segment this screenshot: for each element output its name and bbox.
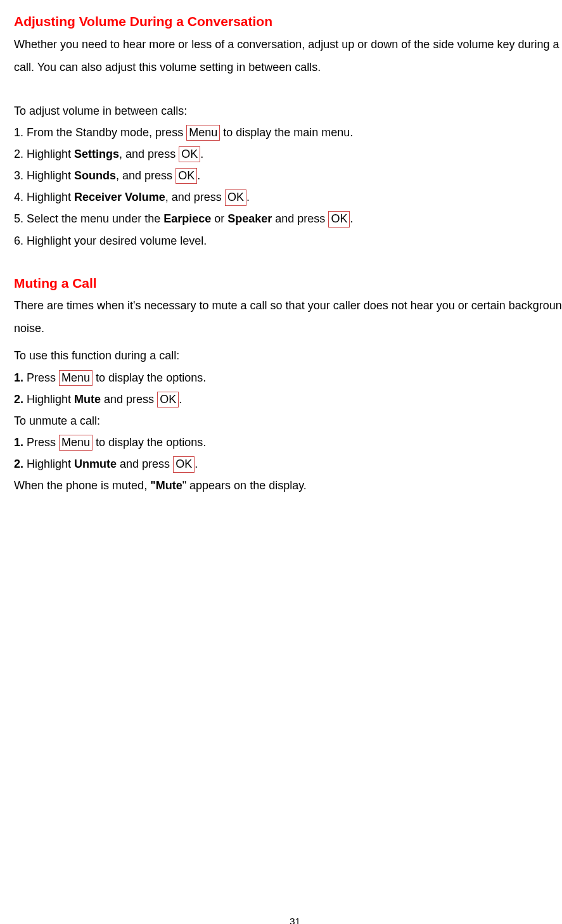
heading-muting-call: Muting a Call xyxy=(14,273,562,293)
step-3-text-a: 3. Highlight xyxy=(14,169,74,182)
mute-step-2-num: 2. xyxy=(14,393,23,406)
step-1: 1. From the Standby mode, press Menu to … xyxy=(14,122,562,143)
heading-adjusting-volume: Adjusting Volume During a Conversation xyxy=(14,11,562,32)
mute-step-1: 1. Press Menu to display the options. xyxy=(14,367,562,388)
menu-key: Menu xyxy=(59,370,93,386)
step-5-num: 5. xyxy=(14,212,23,225)
unmute-step-1-a: Press xyxy=(23,436,59,449)
step-3-text-c: . xyxy=(197,169,200,182)
mute-step-2-c: . xyxy=(179,393,182,406)
step-4: 4. Highlight Receiver Volume, and press … xyxy=(14,186,562,208)
step-4-num: 4. xyxy=(14,191,23,203)
step-5-text-a: Select the menu under the xyxy=(23,212,163,225)
mute-step-2-b: and press xyxy=(101,393,157,406)
ok-key: OK xyxy=(328,211,350,227)
menu-key: Menu xyxy=(59,435,93,451)
ok-key: OK xyxy=(225,189,246,205)
settings-bold: Settings xyxy=(74,148,119,160)
unmute-step-1-b: to display the options. xyxy=(93,436,206,449)
unmute-step-2-a: Highlight xyxy=(23,458,74,470)
ok-key: OK xyxy=(157,392,179,407)
step-5-text-b: and press xyxy=(272,212,328,225)
sub-intro-mute: To use this function during a call: xyxy=(14,345,562,366)
step-1-text-a: 1. From the Standby mode, press xyxy=(14,126,186,139)
sub-intro-unmute: To unmute a call: xyxy=(14,410,562,432)
step-5: 5. Select the menu under the Earpiece or… xyxy=(14,208,562,229)
sounds-bold: Sounds xyxy=(74,169,116,182)
step-5-mid: or xyxy=(211,212,227,225)
step-6-text-a: Highlight your desired volume level. xyxy=(23,234,207,247)
earpiece-bold: Earpiece xyxy=(163,212,211,225)
step-5-text-c: . xyxy=(350,212,353,225)
step-6-num: 6. xyxy=(14,234,23,247)
unmute-step-1-num: 1. xyxy=(14,436,23,449)
mute-display-bold: "Mute xyxy=(150,479,182,492)
mute-step-2: 2. Highlight Mute and press OK. xyxy=(14,388,562,410)
unmute-step-2: 2. Highlight Unmute and press OK. xyxy=(14,453,562,475)
footer-a: When the phone is muted, xyxy=(14,479,150,492)
unmute-step-2-c: . xyxy=(195,458,198,470)
step-4-text-b: , and press xyxy=(165,191,225,203)
step-4-text-a: Highlight xyxy=(23,191,74,203)
unmute-step-1: 1. Press Menu to display the options. xyxy=(14,432,562,453)
menu-key: Menu xyxy=(186,125,220,141)
step-3-text-b: , and press xyxy=(116,169,176,182)
step-3: 3. Highlight Sounds, and press OK. xyxy=(14,165,562,186)
step-4-text-c: . xyxy=(246,191,250,203)
unmute-bold: Unmute xyxy=(74,458,117,470)
mute-step-1-a: Press xyxy=(23,371,59,384)
ok-key: OK xyxy=(173,456,195,472)
mute-step-2-a: Highlight xyxy=(23,393,74,406)
step-2-text-a: 2. Highlight xyxy=(14,148,74,160)
footer-b: " appears on the display. xyxy=(182,479,307,492)
unmute-step-2-num: 2. xyxy=(14,458,23,470)
mute-bold: Mute xyxy=(74,393,101,406)
sub-intro-adjust: To adjust volume in between calls: xyxy=(14,100,562,122)
step-2-text-c: . xyxy=(200,148,203,160)
step-1-text-b: to display the main menu. xyxy=(220,126,353,139)
ok-key: OK xyxy=(179,146,200,162)
muting-intro: There are times when it's necessary to m… xyxy=(14,294,562,340)
mute-step-1-b: to display the options. xyxy=(93,371,206,384)
ok-key: OK xyxy=(176,168,197,184)
step-2: 2. Highlight Settings, and press OK. xyxy=(14,143,562,165)
mute-step-1-num: 1. xyxy=(14,371,23,384)
intro-paragraph: Whether you need to hear more or less of… xyxy=(14,33,562,79)
step-2-text-b: , and press xyxy=(119,148,179,160)
mute-footer: When the phone is muted, "Mute" appears … xyxy=(14,475,562,496)
unmute-step-2-b: and press xyxy=(117,458,173,470)
receiver-volume-bold: Receiver Volume xyxy=(74,191,165,203)
speaker-bold: Speaker xyxy=(227,212,272,225)
page-number: 31 xyxy=(14,912,562,924)
step-6: 6. Highlight your desired volume level. xyxy=(14,230,562,252)
